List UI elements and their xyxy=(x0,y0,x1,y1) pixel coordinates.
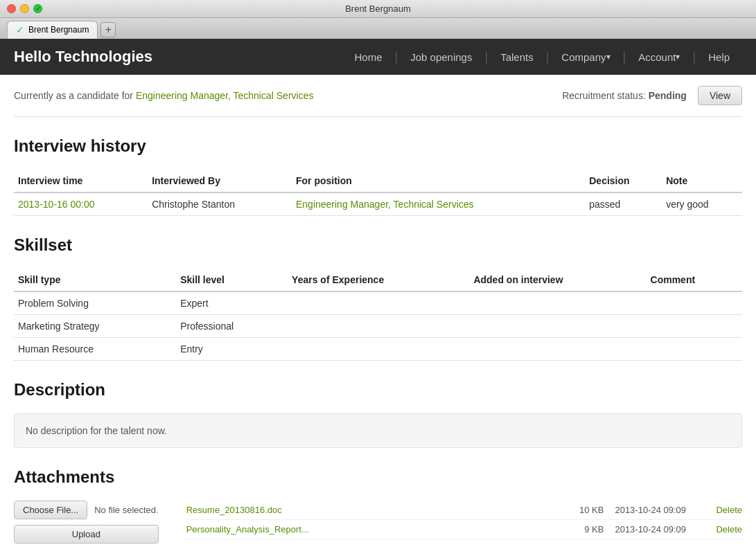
traffic-lights: ✓ xyxy=(7,4,42,13)
col-interview-time: Interview time xyxy=(14,170,148,192)
col-added-on-interview: Added on interview xyxy=(469,269,646,292)
col-years-experience: Years of Experience xyxy=(288,269,469,292)
nav-home[interactable]: Home xyxy=(342,39,395,75)
close-button[interactable] xyxy=(7,4,16,13)
skillset-header-row: Skill type Skill level Years of Experien… xyxy=(14,269,742,292)
delete-attachment-link[interactable]: Delete xyxy=(716,505,742,515)
nav-talents[interactable]: Talents xyxy=(488,39,546,75)
interview-history-header-row: Interview time Interviewed By For positi… xyxy=(14,170,742,192)
status-label: Recruitment status: Pending xyxy=(562,90,687,101)
added-on-cell xyxy=(469,315,646,338)
table-row: 2013-10-16 00:00 Christophe Stanton Engi… xyxy=(14,192,742,216)
years-cell xyxy=(288,315,469,338)
interview-history-thead: Interview time Interviewed By For positi… xyxy=(14,170,742,192)
skillset-thead: Skill type Skill level Years of Experien… xyxy=(14,269,742,292)
tab-check-icon: ✓ xyxy=(16,24,24,35)
interviewed-by-cell: Christophe Stanton xyxy=(148,192,292,216)
description-text: No description for the talent now. xyxy=(26,425,167,436)
attachments-section: Attachments Choose File... No file selec… xyxy=(14,467,742,544)
skill-type-cell: Problem Solving xyxy=(14,292,176,315)
window-chrome: ✓ Brent Bergnaum xyxy=(0,0,756,18)
for-position-cell: Engineering Manager, Technical Services xyxy=(292,192,585,216)
skill-type-cell: Human Resource xyxy=(14,338,176,361)
attachment-date: 2013-10-24 09:09 xyxy=(615,505,705,515)
col-note: Note xyxy=(662,170,742,192)
skill-level-cell: Expert xyxy=(176,292,288,315)
table-row: Problem Solving Expert xyxy=(14,292,742,315)
years-cell xyxy=(288,292,469,315)
maximize-button[interactable]: ✓ xyxy=(33,4,42,13)
skillset-section: Skillset Skill type Skill level Years of… xyxy=(14,235,742,361)
col-interviewed-by: Interviewed By xyxy=(148,170,292,192)
table-row: Marketing Strategy Professional xyxy=(14,315,742,338)
new-tab-button[interactable]: + xyxy=(100,22,116,37)
window-title: Brent Bergnaum xyxy=(345,3,411,14)
candidate-prefix: Currently as a candidate for xyxy=(14,90,136,101)
attachment-row: Resume_20130816.doc 10 KB 2013-10-24 09:… xyxy=(186,501,742,520)
added-on-cell xyxy=(469,338,646,361)
nav-help[interactable]: Help xyxy=(696,39,742,75)
interview-history-section: Interview history Interview time Intervi… xyxy=(14,136,742,216)
navbar: Hello Technologies Home | Job openings |… xyxy=(0,39,756,75)
comment-cell xyxy=(647,315,742,338)
col-decision: Decision xyxy=(585,170,662,192)
skillset-title: Skillset xyxy=(14,235,742,260)
attachment-size: 10 KB xyxy=(569,505,604,515)
file-input-area: Choose File... No file selected. xyxy=(14,501,159,519)
col-for-position: For position xyxy=(292,170,585,192)
minimize-button[interactable] xyxy=(20,4,29,13)
interview-history-table: Interview time Interviewed By For positi… xyxy=(14,170,742,216)
delete-attachment-link[interactable]: Delete xyxy=(716,524,742,535)
attachments-left: Choose File... No file selected. Upload xyxy=(14,501,159,544)
candidate-bar-left: Currently as a candidate for Engineering… xyxy=(14,90,313,101)
upload-button[interactable]: Upload xyxy=(14,525,159,544)
position-link[interactable]: Engineering Manager, Technical Services xyxy=(136,90,314,101)
attachment-date: 2013-10-24 09:09 xyxy=(615,524,705,535)
candidate-bar: Currently as a candidate for Engineering… xyxy=(14,75,742,117)
page-content: Currently as a candidate for Engineering… xyxy=(0,75,756,556)
col-skill-level: Skill level xyxy=(176,269,288,292)
attachments-layout: Choose File... No file selected. Upload … xyxy=(14,501,742,544)
attachments-title: Attachments xyxy=(14,467,742,492)
comment-cell xyxy=(647,338,742,361)
decision-cell: passed xyxy=(585,192,662,216)
attachment-list: Resume_20130816.doc 10 KB 2013-10-24 09:… xyxy=(186,501,742,539)
status-value: Pending xyxy=(649,90,687,101)
comment-cell xyxy=(647,292,742,315)
interview-time-link[interactable]: 2013-10-16 00:00 xyxy=(18,199,95,210)
nav-job-openings[interactable]: Job openings xyxy=(398,39,484,75)
skill-level-cell: Professional xyxy=(176,315,288,338)
years-cell xyxy=(288,338,469,361)
skill-type-cell: Marketing Strategy xyxy=(14,315,176,338)
attachment-name-link[interactable]: Resume_20130816.doc xyxy=(186,505,559,515)
interview-history-title: Interview history xyxy=(14,136,742,161)
description-section: Description No description for the talen… xyxy=(14,380,742,448)
description-box: No description for the talent now. xyxy=(14,413,742,448)
added-on-cell xyxy=(469,292,646,315)
col-comment: Comment xyxy=(647,269,742,292)
tab-label: Brent Bergnaum xyxy=(28,25,89,35)
nav-account[interactable]: Account xyxy=(626,39,692,75)
no-file-text: No file selected. xyxy=(94,505,159,515)
view-button[interactable]: View xyxy=(698,86,742,105)
skill-level-cell: Entry xyxy=(176,338,288,361)
col-skill-type: Skill type xyxy=(14,269,176,292)
note-cell: very good xyxy=(662,192,742,216)
description-title: Description xyxy=(14,380,742,405)
attachment-size: 9 KB xyxy=(569,524,604,535)
interview-time-cell: 2013-10-16 00:00 xyxy=(14,192,148,216)
tab-bar: ✓ Brent Bergnaum + xyxy=(0,18,756,39)
table-row: Human Resource Entry xyxy=(14,338,742,361)
candidate-bar-right: Recruitment status: Pending View xyxy=(562,86,742,105)
skillset-tbody: Problem Solving Expert Marketing Strateg… xyxy=(14,292,742,361)
attachment-name-link[interactable]: Personality_Analysis_Report... xyxy=(186,524,559,535)
choose-file-button[interactable]: Choose File... xyxy=(14,501,87,519)
skillset-table: Skill type Skill level Years of Experien… xyxy=(14,269,742,361)
nav-company[interactable]: Company xyxy=(549,39,622,75)
attachment-row: Personality_Analysis_Report... 9 KB 2013… xyxy=(186,520,742,539)
active-tab[interactable]: ✓ Brent Bergnaum xyxy=(7,21,98,39)
brand-logo: Hello Technologies xyxy=(14,48,152,66)
for-position-link[interactable]: Engineering Manager, Technical Services xyxy=(296,199,474,210)
interview-history-tbody: 2013-10-16 00:00 Christophe Stanton Engi… xyxy=(14,192,742,216)
nav-links: Home | Job openings | Talents | Company … xyxy=(342,39,743,75)
